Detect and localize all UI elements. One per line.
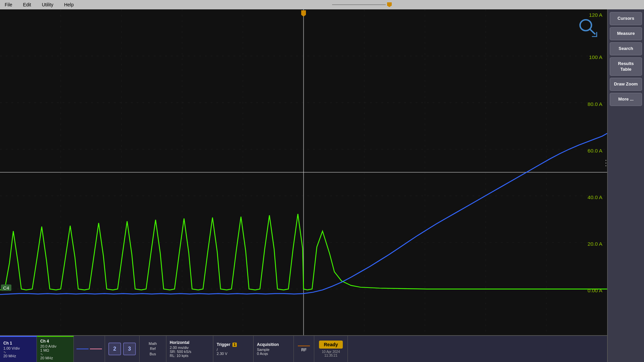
channel-buttons: 2 3: [105, 336, 140, 362]
draw-zoom-button[interactable]: Draw Zoom: [610, 78, 642, 91]
rf-label: RF: [301, 348, 307, 352]
trigger-slope: /: [217, 348, 250, 352]
svg-text:20.0 A: 20.0 A: [588, 241, 603, 247]
search-button[interactable]: Search: [610, 42, 642, 55]
ready-time: 11:35:21: [324, 354, 337, 357]
acquisition-acqs: 0 Acqs: [257, 352, 290, 356]
svg-text:60.0 A: 60.0 A: [588, 148, 603, 154]
svg-text:80.0 A: 80.0 A: [588, 101, 603, 107]
horizontal-sr: SR: 500 kS/s: [170, 350, 210, 354]
ch4-name: Ch 4: [40, 339, 70, 344]
menu-help[interactable]: Help: [62, 1, 76, 8]
horizontal-rl: RL: 10 kpts: [170, 354, 210, 358]
right-sidebar: Cursors Measure Search Results Table Dra…: [607, 9, 644, 362]
trigger-block[interactable]: Trigger 1 / 2.30 V: [213, 336, 254, 362]
svg-text:120 A: 120 A: [589, 12, 603, 18]
ch1-coupling: ∿: [3, 350, 33, 354]
acquisition-block[interactable]: Acquisition Sample 0 Acqs: [254, 336, 294, 362]
acquisition-title: Acquisition: [257, 342, 290, 347]
trigger-voltage: 2.30 V: [217, 352, 250, 356]
ch4-coupling: ∿: [40, 352, 70, 356]
svg-text:40.0 A: 40.0 A: [588, 194, 603, 200]
trigger-handle[interactable]: [332, 2, 392, 7]
cursors-button[interactable]: Cursors: [610, 12, 642, 25]
waveform-area[interactable]: 120 A 100 A 80.0 A 60.0 A 40.0 A 20.0 A …: [0, 9, 607, 335]
ch1-bw: 20 MHz: [3, 354, 33, 358]
acquisition-mode: Sample: [257, 348, 290, 352]
more-button[interactable]: More ...: [610, 93, 642, 106]
horizontal-title: Horizontal: [170, 340, 210, 345]
trigger-badge: 1: [232, 343, 237, 347]
ch1-name: Ch 1: [3, 341, 33, 346]
menu-edit[interactable]: Edit: [21, 1, 33, 8]
rf-block[interactable]: RF: [294, 336, 314, 362]
menu-file[interactable]: File: [3, 1, 14, 8]
menu-bar: File Edit Utility Help: [0, 0, 644, 9]
horizontal-block[interactable]: Horizontal 2.00 ms/div SR: 500 kS/s RL: …: [166, 336, 213, 362]
ready-date: 10 Apr 2024: [322, 350, 340, 354]
rf-line: [298, 346, 310, 346]
ch4-amps: 20.0 A/div: [40, 344, 70, 348]
trigger-title: Trigger 1: [217, 342, 250, 347]
scope-display: 120 A 100 A 80.0 A 60.0 A 40.0 A 20.0 A …: [0, 9, 607, 362]
ready-block[interactable]: Ready 10 Apr 2024 11:35:21: [314, 336, 348, 362]
measure-button[interactable]: Measure: [610, 27, 642, 40]
results-table-button[interactable]: Results Table: [610, 57, 642, 76]
channel-2-button[interactable]: 2: [108, 343, 121, 355]
channel-3-button[interactable]: 3: [123, 343, 136, 355]
bottom-bar: Ch 1 1.00 V/div ∿ 20 MHz Ch 4 20.0 A/div…: [0, 335, 607, 362]
menu-utility[interactable]: Utility: [40, 1, 55, 8]
ch1-block[interactable]: Ch 1 1.00 V/div ∿ 20 MHz: [0, 336, 37, 362]
svg-text:⋮: ⋮: [602, 158, 607, 167]
svg-text:100 A: 100 A: [589, 55, 603, 60]
ch1-volts: 1.00 V/div: [3, 346, 33, 350]
trigger-label: Trigger: [217, 342, 230, 347]
ch4-impedance: 1 MΩ: [40, 348, 70, 352]
horizontal-timediv: 2.00 ms/div: [170, 346, 210, 350]
ch4-block[interactable]: Ch 4 20.0 A/div 1 MΩ ∿ 20 MHz: [37, 336, 74, 362]
svg-text:C4: C4: [3, 285, 9, 291]
ch4-bw: 20 MHz: [40, 356, 70, 360]
math-ref-bus-block[interactable]: MathRefBus: [140, 336, 166, 362]
ready-button[interactable]: Ready: [319, 341, 342, 349]
svg-text:0.00 A: 0.00 A: [588, 288, 603, 293]
math-ref-label: MathRefBus: [149, 341, 157, 357]
waveform-previews: [74, 336, 105, 362]
